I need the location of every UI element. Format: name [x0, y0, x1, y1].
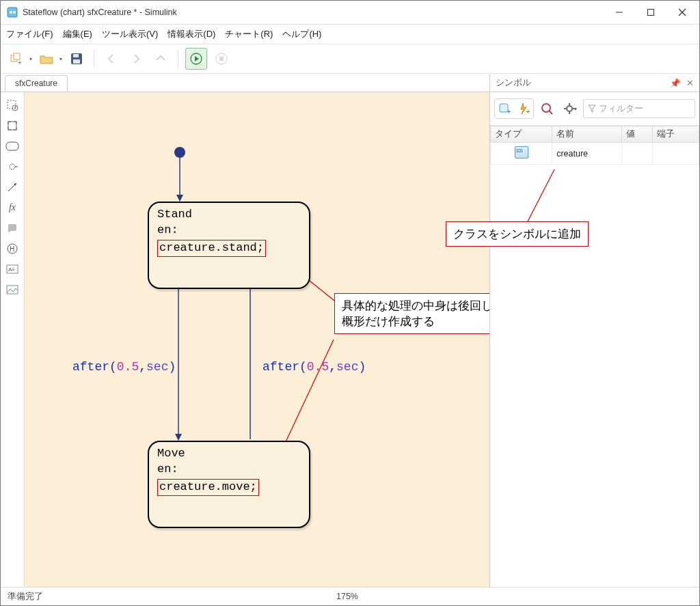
svg-text:+: +: [507, 107, 511, 115]
back-button[interactable]: [101, 49, 122, 69]
svg-rect-20: [8, 122, 16, 130]
filter-input[interactable]: フィルター: [583, 99, 695, 118]
chart-pane: sfxCreature + fx H A≡: [1, 74, 490, 587]
cell-value[interactable]: [622, 143, 653, 165]
window-title: Stateflow (chart) sfxCreature * - Simuli…: [23, 8, 604, 17]
symbols-panel: シンボル 📌 ✕ + + ▾ フィルター: [490, 74, 699, 587]
state-entry-code: creature.move;: [157, 479, 259, 496]
menu-file[interactable]: ファイル(F): [6, 28, 53, 40]
svg-point-30: [174, 147, 185, 158]
window-controls: [604, 1, 698, 24]
dropdown-icon[interactable]: ▾: [29, 56, 32, 62]
transition-label-right[interactable]: after(0.5,sec): [262, 360, 366, 374]
dropdown-icon[interactable]: ▾: [59, 56, 62, 62]
menubar: ファイル(F) 編集(E) ツール表示(V) 情報表示(D) チャート(R) ヘ…: [1, 25, 699, 44]
maximize-button[interactable]: [635, 1, 667, 24]
col-type[interactable]: タイプ: [491, 126, 552, 143]
open-button[interactable]: [36, 49, 57, 69]
svg-rect-4: [648, 10, 654, 16]
state-entry-code: creature.stand;: [157, 240, 266, 257]
text-tool-icon[interactable]: A≡: [3, 260, 21, 278]
junction-tool-icon[interactable]: [3, 158, 21, 176]
state-entry-label: en:: [157, 223, 301, 238]
chart-canvas[interactable]: Stand en: creature.stand; Move en: creat…: [25, 92, 489, 587]
symbols-toolbar: + + ▾ フィルター: [490, 92, 699, 126]
add-event-button[interactable]: +: [514, 99, 533, 118]
resolve-button[interactable]: [537, 98, 557, 119]
transition-label-left[interactable]: after(0.5,sec): [72, 360, 176, 374]
svg-text:A≡: A≡: [8, 266, 15, 273]
app-icon: [6, 6, 18, 18]
col-port[interactable]: 端子: [653, 126, 699, 143]
body: sfxCreature + fx H A≡: [1, 74, 699, 587]
titlebar: Stateflow (chart) sfxCreature * - Simuli…: [1, 1, 699, 25]
tool-palette: + fx H A≡: [1, 92, 25, 587]
run-button[interactable]: [185, 48, 207, 70]
svg-text:+: +: [18, 59, 22, 66]
minimize-button[interactable]: [604, 1, 635, 24]
filter-placeholder: フィルター: [599, 103, 643, 115]
save-button[interactable]: [66, 49, 87, 69]
menu-help[interactable]: ヘルプ(H): [282, 28, 321, 40]
default-transition-tool-icon[interactable]: [3, 178, 21, 196]
pin-icon[interactable]: 📌: [670, 78, 681, 88]
svg-line-46: [528, 169, 554, 221]
annotation-detail: 具体的な処理の中身は後回しにして 概形だけ作成する: [334, 293, 489, 334]
menu-chart[interactable]: チャート(R): [225, 28, 273, 40]
image-tool-icon[interactable]: [3, 281, 21, 299]
cell-name[interactable]: creature: [552, 143, 622, 165]
svg-text:+: +: [14, 105, 16, 110]
panel-close-icon[interactable]: ✕: [686, 78, 694, 88]
up-button[interactable]: [150, 49, 171, 69]
settings-button[interactable]: ▾: [560, 98, 580, 119]
col-value[interactable]: 値: [622, 126, 653, 143]
svg-point-2: [13, 11, 16, 14]
annotation-tool-icon[interactable]: [3, 219, 21, 237]
fit-to-view-icon[interactable]: [3, 117, 21, 135]
menu-edit[interactable]: 編集(E): [63, 28, 92, 40]
toolbar: + ▾ ▾: [1, 44, 699, 74]
state-tool-icon[interactable]: [3, 137, 21, 155]
symbols-panel-title: シンボル: [496, 77, 531, 89]
canvas-wrap: + fx H A≡: [1, 92, 489, 587]
statusbar: 準備完了 175%: [1, 587, 699, 605]
table-row[interactable]: creature: [491, 143, 699, 165]
state-stand[interactable]: Stand en: creature.stand;: [148, 202, 310, 289]
menu-tool[interactable]: ツール表示(V): [102, 28, 158, 40]
cell-port[interactable]: [653, 143, 699, 165]
svg-marker-14: [195, 56, 199, 61]
svg-line-40: [549, 111, 552, 114]
zoom-region-icon[interactable]: +: [3, 96, 21, 114]
data-type-icon: [515, 146, 528, 159]
tab-sfxcreature[interactable]: sfxCreature: [5, 75, 68, 92]
status-zoom: 175%: [43, 592, 651, 601]
history-junction-icon[interactable]: H: [3, 240, 21, 258]
svg-rect-12: [73, 59, 80, 64]
stop-button[interactable]: [211, 49, 232, 69]
function-tool-icon[interactable]: fx: [3, 199, 21, 217]
svg-rect-11: [73, 54, 79, 57]
menu-info[interactable]: 情報表示(D): [167, 28, 215, 40]
annotation-line2: 概形だけ作成する: [342, 314, 489, 329]
svg-point-1: [10, 11, 12, 14]
annotation-line1: 具体的な処理の中身は後回しにして: [342, 298, 489, 314]
close-button[interactable]: [667, 1, 698, 24]
add-data-button[interactable]: +: [495, 99, 514, 118]
state-name: Move: [157, 446, 301, 462]
state-move[interactable]: Move en: creature.move;: [148, 441, 310, 528]
col-name[interactable]: 名前: [552, 126, 622, 143]
filter-icon: [588, 105, 596, 113]
svg-text:+: +: [526, 107, 530, 115]
state-name: Stand: [157, 207, 301, 223]
forward-button[interactable]: [126, 49, 146, 69]
svg-rect-21: [6, 142, 18, 150]
svg-point-22: [10, 164, 15, 169]
svg-rect-16: [219, 57, 224, 61]
status-ready: 準備完了: [8, 591, 43, 603]
new-model-button[interactable]: +: [6, 49, 27, 69]
symbols-panel-header: シンボル 📌 ✕: [490, 74, 699, 92]
state-entry-label: en:: [157, 462, 301, 478]
app-window: Stateflow (chart) sfxCreature * - Simuli…: [0, 0, 700, 606]
tabbar: sfxCreature: [1, 74, 489, 92]
svg-rect-29: [7, 286, 18, 294]
